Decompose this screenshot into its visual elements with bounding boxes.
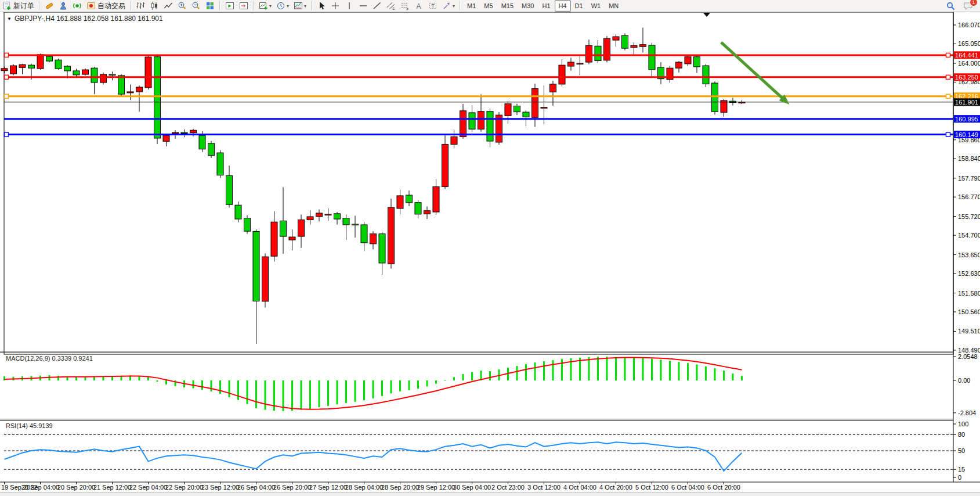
signals-button[interactable] [71, 1, 84, 11]
timeframe-bar: M1M5M15M30H1H4D1W1MN [463, 0, 623, 12]
horizontal-line-tool-button[interactable] [357, 1, 370, 11]
line-chart-button[interactable] [162, 1, 175, 11]
macd-tick-label: -2.804 [958, 409, 976, 416]
bar-chart-button[interactable] [134, 1, 147, 11]
trendline-tool-button[interactable] [371, 1, 384, 11]
timeframe-H4-button[interactable]: H4 [555, 0, 571, 12]
price-tick-label: 153.650 [958, 251, 980, 258]
candle [55, 60, 62, 69]
time-label: 26 Sep 20:00 [273, 484, 311, 491]
svg-text:F: F [407, 8, 409, 11]
macd-histogram-bar [201, 380, 203, 390]
tile-windows-button[interactable] [204, 1, 216, 11]
trend-arrow[interactable] [721, 42, 783, 99]
arrows-tool-button[interactable]: ▾ [440, 1, 457, 11]
candle [514, 106, 520, 112]
hline-handle[interactable] [946, 132, 950, 136]
timeframe-MN-button[interactable]: MN [605, 0, 623, 12]
pencil-icon [45, 1, 54, 10]
zoom-out-button[interactable] [190, 1, 202, 11]
time-label: 27 Sep 12:00 [309, 484, 347, 491]
macd-histogram-bar [147, 377, 149, 380]
hline-handle[interactable] [946, 75, 950, 79]
hline-handle[interactable] [5, 132, 9, 136]
candle [325, 214, 331, 215]
new-order-button[interactable]: 新订单 [1, 1, 36, 11]
candle [388, 207, 395, 264]
candle [433, 186, 439, 212]
text-tool-button[interactable]: A [413, 1, 425, 11]
candle [361, 225, 367, 243]
macd-tick-label: 0.00 [958, 377, 970, 384]
templates-button[interactable]: ▾ [292, 1, 308, 11]
auto-scroll-button[interactable] [223, 1, 236, 11]
label-tool-button[interactable]: T [426, 1, 439, 11]
candle [280, 221, 287, 236]
time-label: 22 Sep 20:00 [165, 484, 203, 491]
search-button[interactable] [944, 1, 957, 11]
timeframe-D1-button[interactable]: D1 [571, 0, 587, 12]
candle [37, 55, 44, 69]
candle [190, 130, 197, 132]
timeframe-M30-button[interactable]: M30 [518, 0, 538, 12]
candle [307, 217, 313, 220]
candle [226, 175, 233, 204]
candle [550, 84, 556, 92]
timeframe-M15-button[interactable]: M15 [497, 0, 518, 12]
macd-histogram-bar [426, 380, 428, 386]
macd-histogram-bar [291, 380, 293, 411]
fibonacci-tool-button[interactable]: F [399, 1, 411, 11]
price-tick-label: 166.070 [958, 21, 980, 28]
candle [127, 92, 133, 93]
crosshair-icon [331, 1, 340, 10]
candle [28, 65, 35, 68]
price-chart[interactable]: 166.070165.050164.000162.980159.860158.8… [0, 0, 980, 496]
rsi-tick-label: 80 [958, 431, 965, 438]
user-icon [59, 1, 68, 10]
time-label: 6 Oct 20:00 [707, 484, 740, 491]
candle [469, 113, 475, 129]
candle [640, 45, 646, 47]
candle [352, 224, 359, 225]
hline-handle[interactable] [946, 53, 950, 57]
community-button[interactable] [57, 1, 70, 11]
notifications-button[interactable]: 1 [961, 1, 975, 11]
crosshair-tool-button[interactable] [329, 1, 342, 11]
hline-handle[interactable] [5, 94, 9, 98]
candle [208, 143, 215, 156]
macd-histogram-bar [399, 380, 401, 391]
macd-histogram-bar [255, 380, 257, 408]
hline-handle[interactable] [946, 94, 950, 98]
vertical-line-tool-button[interactable] [343, 1, 356, 11]
candle [424, 211, 431, 214]
auto-trading-button[interactable]: 自动交易 [85, 1, 127, 11]
candle [145, 57, 151, 88]
candlestick-chart-button[interactable] [148, 1, 161, 11]
zoom-in-button[interactable] [176, 1, 189, 11]
main-toolbar: 新订单 自动交易 [0, 0, 980, 12]
one-click-trading-collapse-icon[interactable]: ▼ [7, 16, 12, 21]
macd-histogram-bar [85, 377, 86, 380]
toolbar-separator [253, 1, 254, 10]
hline-handle[interactable] [5, 53, 9, 57]
macd-histogram-bar [247, 380, 248, 404]
macd-histogram-bar [660, 360, 662, 380]
macd-histogram-bar [516, 366, 518, 380]
rsi-tick-label: 0 [958, 474, 961, 481]
rsi-tick-label: 100 [958, 420, 968, 427]
candle [316, 213, 323, 217]
timeframe-W1-button[interactable]: W1 [587, 0, 605, 12]
metaeditor-button[interactable] [43, 1, 56, 11]
chevron-down-icon: ▾ [304, 3, 306, 9]
timeframe-M1-button[interactable]: M1 [463, 0, 480, 12]
periods-button[interactable]: ▾ [274, 1, 291, 11]
channel-tool-button[interactable]: E [385, 1, 397, 11]
indicators-button[interactable]: ▾ [257, 1, 273, 11]
time-label: 29 Sep 12:00 [417, 484, 455, 491]
chart-shift-button[interactable] [237, 1, 250, 11]
cursor-tool-button[interactable] [315, 1, 328, 11]
timeframe-H1-button[interactable]: H1 [538, 0, 554, 12]
macd-histogram-bar [435, 380, 437, 384]
timeframe-M5-button[interactable]: M5 [480, 0, 497, 12]
hline-handle[interactable] [5, 75, 9, 79]
